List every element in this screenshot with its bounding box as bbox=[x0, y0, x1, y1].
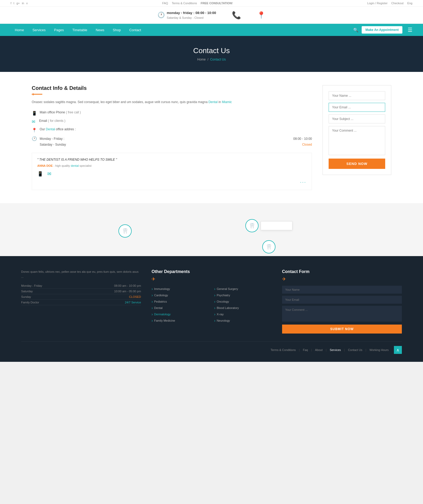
top-right-links: Login / Register Checkout Eng bbox=[367, 2, 412, 5]
footer-bottom: Terms & Conditions | Faq | About | Servi… bbox=[21, 341, 402, 354]
nav-news[interactable]: News bbox=[91, 24, 109, 36]
footer-contact-link[interactable]: Contact Us bbox=[348, 348, 362, 352]
dental-address-link[interactable]: Dental bbox=[46, 127, 55, 131]
footer-comment-textarea[interactable] bbox=[282, 306, 402, 322]
breadcrumb-home[interactable]: Home bbox=[197, 58, 206, 61]
dept-immunology: Immunology bbox=[151, 286, 209, 292]
dept-xray-link[interactable]: X-ray bbox=[214, 312, 272, 316]
footer-terms-link[interactable]: Terms & Conditions bbox=[270, 348, 296, 352]
mid-header: 🕐 monday - friday : 08:00 - 10:00 Satard… bbox=[0, 7, 423, 24]
testimonial-nav-dots[interactable]: ··· bbox=[37, 179, 306, 185]
weekend-status: Closed bbox=[302, 143, 312, 146]
dept-cardiology-link[interactable]: Cardiology bbox=[151, 293, 209, 297]
hamburger-icon[interactable]: ☰ bbox=[408, 27, 412, 33]
nav-home[interactable]: Home bbox=[11, 24, 28, 36]
hours-text: monday - friday : 08:00 - 10:00 Satarday… bbox=[167, 10, 216, 20]
appointment-button[interactable]: Make An Appointment bbox=[362, 26, 402, 34]
nav-contact[interactable]: Contact bbox=[125, 24, 145, 36]
email-input[interactable] bbox=[329, 103, 385, 112]
nav-services[interactable]: Services bbox=[28, 24, 50, 36]
twitter-link[interactable]: t bbox=[13, 2, 14, 5]
email-label: Email ( for clients ) bbox=[39, 119, 65, 123]
dept-neurology-link[interactable]: Neurology bbox=[214, 318, 272, 323]
vimeo-link[interactable]: v bbox=[26, 2, 28, 5]
footer-depts-col: Other Departments ✈ Immunology Cardiolog… bbox=[151, 269, 271, 334]
nav-timetable[interactable]: Timetable bbox=[68, 24, 91, 36]
tooth-icon-3: 🦷 bbox=[262, 240, 275, 253]
contact-description: Onasec sodales sagittis magna. Sed conse… bbox=[32, 99, 312, 105]
language-selector[interactable]: Eng bbox=[407, 2, 412, 5]
dept-immunology-link[interactable]: Immunology bbox=[151, 287, 209, 291]
dept-dermatology-link[interactable]: Dermatology bbox=[151, 312, 209, 316]
facebook-link[interactable]: f bbox=[11, 2, 11, 5]
footer-about-col: Donec quam felis, ultrices nec, pellen a… bbox=[21, 269, 141, 334]
google-link[interactable]: g+ bbox=[16, 2, 20, 5]
dept-family-medicine-link[interactable]: Family Medicine bbox=[151, 318, 209, 323]
dept-oncology-link[interactable]: Oncology bbox=[214, 299, 272, 304]
address-label: Our Dental office addres : bbox=[40, 127, 76, 131]
linkedin-link[interactable]: in bbox=[22, 2, 24, 5]
scroll-top-button[interactable]: ∧ bbox=[394, 346, 402, 354]
footer-email-input[interactable] bbox=[282, 296, 402, 304]
email-item: ✉ Email ( for clients ) bbox=[32, 119, 312, 124]
accent-divider bbox=[32, 94, 42, 95]
location-icon: 📍 bbox=[257, 11, 265, 19]
phone-icon-small: 📱 bbox=[32, 111, 37, 116]
name-input[interactable] bbox=[329, 91, 385, 100]
comment-textarea[interactable] bbox=[329, 126, 385, 155]
weekend-hours: Satarday - Sunday Closed bbox=[40, 142, 312, 147]
nav-pages[interactable]: Pages bbox=[50, 24, 68, 36]
subject-input[interactable] bbox=[329, 114, 385, 123]
dept-blood-lab-link[interactable]: Blood Laboratory bbox=[214, 306, 272, 310]
top-bar: f t g+ in v FAQ Terms & Conditions FREE … bbox=[0, 0, 423, 7]
email-icon: ✉ bbox=[32, 119, 36, 124]
footer-sep-3: | bbox=[326, 348, 327, 352]
dept-list-1: Immunology Cardiology Pediatrics Dental … bbox=[151, 286, 209, 324]
breadcrumb-current: Contact Us bbox=[210, 58, 226, 61]
free-consult-link[interactable]: FREE CONSULTATION! bbox=[201, 2, 233, 5]
footer-faq-link[interactable]: Faq bbox=[303, 348, 308, 352]
dental-role-link[interactable]: dental bbox=[71, 164, 79, 167]
footer-time-2: 10:00 am - 05:00 pm bbox=[114, 290, 141, 293]
testimonial-box: " THE DENTIST IS A FRIEND WHO HELPS TO S… bbox=[32, 153, 312, 190]
search-icon[interactable]: 🔍 bbox=[353, 27, 358, 33]
miami-link[interactable]: Miamic bbox=[222, 100, 232, 104]
testimonial-quote: " THE DENTIST IS A FRIEND WHO HELPS TO S… bbox=[37, 158, 306, 161]
testimonial-prev-icon[interactable]: 📱 bbox=[37, 171, 43, 177]
footer-hours-link[interactable]: Working Hours bbox=[369, 348, 389, 352]
weekend-label: Satarday - Sunday bbox=[40, 143, 66, 146]
dept-family-medicine: Family Medicine bbox=[151, 317, 209, 324]
footer-name-input[interactable] bbox=[282, 286, 402, 294]
footer-hours: Monday - Friday 08:00 am - 10:00 pm Satu… bbox=[21, 283, 141, 305]
footer-sunday-status: CLOSED bbox=[129, 295, 141, 298]
dept-cardiology: Cardiology bbox=[151, 292, 209, 298]
contact-form-section: SEND NOW bbox=[323, 85, 391, 190]
footer-about-text: Donec quam felis, ultrices nec, pellen a… bbox=[21, 269, 141, 279]
terms-link[interactable]: Terms & Conditions bbox=[172, 2, 197, 5]
social-links[interactable]: f t g+ in v bbox=[11, 2, 28, 5]
testimonial-author: ANNA DOE - high quality dental specialis… bbox=[37, 164, 306, 167]
faq-link[interactable]: FAQ bbox=[162, 2, 168, 5]
dept-pediatrics-link[interactable]: Pediatrics bbox=[151, 299, 209, 304]
dental-link[interactable]: Dental bbox=[208, 100, 218, 104]
dept-blood-lab: Blood Laboratory bbox=[214, 305, 272, 311]
footer-services-link[interactable]: Services bbox=[330, 348, 341, 352]
nav-right: 🔍 Make An Appointment ☰ bbox=[353, 26, 412, 34]
footer-submit-button[interactable]: SUBMIT NOW bbox=[282, 325, 402, 334]
dept-psychiatry-link[interactable]: Psychiatry bbox=[214, 293, 272, 297]
dept-dental-link[interactable]: Dental bbox=[151, 306, 209, 310]
dept-general-surgery: General Surgery bbox=[214, 286, 272, 292]
footer-hours-row-1: Monday - Friday 08:00 am - 10:00 pm bbox=[21, 283, 141, 289]
login-link[interactable]: Login / Register bbox=[367, 2, 388, 5]
send-button[interactable]: SEND NOW bbox=[329, 159, 385, 169]
contact-accent: ✈ bbox=[282, 276, 402, 282]
depts-accent: ✈ bbox=[151, 276, 271, 282]
dept-dental: Dental bbox=[151, 305, 209, 311]
checkout-link[interactable]: Checkout bbox=[391, 2, 403, 5]
testimonial-next-icon[interactable]: ✉ bbox=[47, 171, 51, 177]
footer-time-1: 08:00 am - 10:00 pm bbox=[114, 284, 141, 287]
dept-general-surgery-link[interactable]: General Surgery bbox=[214, 287, 272, 291]
footer-about-link[interactable]: About bbox=[315, 348, 323, 352]
dept-dermatology: Dermatology bbox=[151, 311, 209, 317]
nav-shop[interactable]: Shop bbox=[109, 24, 125, 36]
